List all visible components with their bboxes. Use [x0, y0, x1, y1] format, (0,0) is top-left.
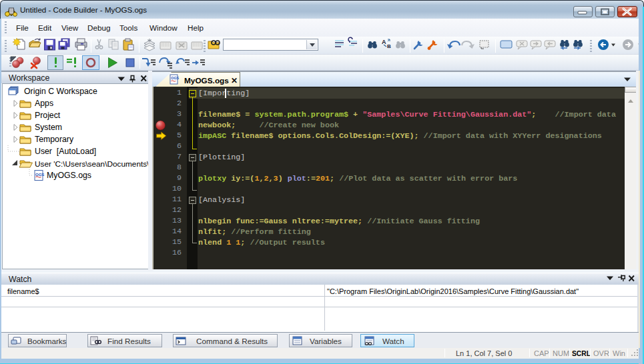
- svg-text:A: A: [382, 39, 386, 45]
- svg-text:OGS: OGS: [35, 173, 44, 177]
- svg-text:OGS: OGS: [171, 76, 179, 80]
- svg-text:B: B: [387, 43, 391, 49]
